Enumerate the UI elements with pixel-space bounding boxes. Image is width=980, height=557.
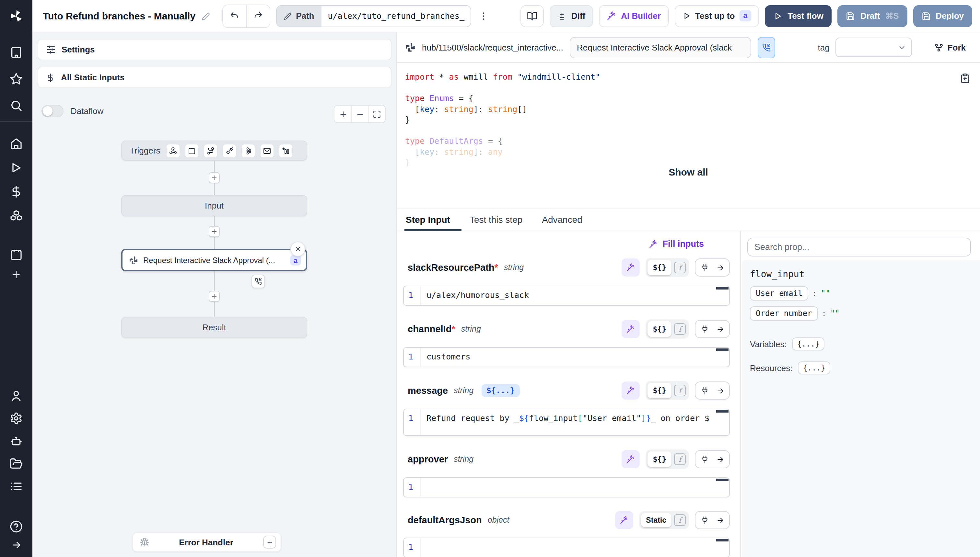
step-name-input[interactable]: [570, 37, 751, 58]
deploy-button[interactable]: Deploy: [913, 5, 972, 27]
value-editor[interactable]: 1 Refund request by _${flow_input["User …: [403, 409, 730, 436]
variables-icon[interactable]: [10, 185, 23, 198]
static-mode-button[interactable]: Static: [641, 513, 671, 527]
error-handler-node[interactable]: Error Handler: [132, 533, 281, 552]
prop-user-email[interactable]: User email : "": [750, 286, 972, 301]
search-icon[interactable]: [10, 99, 23, 112]
hub-script-path[interactable]: hub/11500/slack/request_interactive...: [422, 42, 563, 52]
arrow-right-icon[interactable]: [712, 383, 728, 398]
runs-icon[interactable]: [10, 161, 23, 174]
expr-mode-button[interactable]: ${}: [647, 260, 671, 275]
polling-trigger-icon[interactable]: [279, 143, 293, 158]
schedule-trigger-icon[interactable]: [185, 143, 199, 158]
help-icon[interactable]: [10, 520, 23, 533]
value-editor[interactable]: 1: [403, 477, 730, 497]
prop-order-number[interactable]: Order number : "": [750, 306, 972, 321]
flow-title[interactable]: Tuto Refund branches - Manually: [43, 10, 195, 21]
tab-test-this-step[interactable]: Test this step: [470, 214, 523, 231]
expr-mode-button[interactable]: ${}: [647, 321, 671, 337]
email-trigger-icon[interactable]: [260, 143, 274, 158]
ai-fill-icon-button[interactable]: [622, 320, 640, 338]
zoom-in-button[interactable]: [335, 106, 351, 122]
expr-mode-button[interactable]: ${}: [647, 383, 671, 398]
more-options-kebab-icon[interactable]: [477, 11, 490, 21]
add-error-handler-button[interactable]: [263, 536, 276, 549]
undo-button[interactable]: [223, 5, 246, 27]
flow-input-root[interactable]: flow_input: [750, 269, 972, 279]
draft-button[interactable]: Draft⌘S: [838, 5, 907, 27]
tab-step-input[interactable]: Step Input: [406, 214, 450, 231]
workspace-icon[interactable]: [10, 46, 23, 59]
function-mode-icon[interactable]: f: [674, 514, 686, 526]
approval-phone-button[interactable]: [758, 37, 775, 58]
fill-inputs-button[interactable]: Fill inputs: [649, 239, 704, 249]
ai-fill-icon-button[interactable]: [622, 259, 640, 277]
ai-fill-icon-button[interactable]: [622, 450, 640, 468]
add-step-button-1[interactable]: [209, 172, 220, 183]
variables-expand-button[interactable]: {...}: [792, 337, 825, 350]
webhook-trigger-icon[interactable]: [166, 143, 180, 158]
slack-approval-step-node[interactable]: Request Interactive Slack Approval (... …: [121, 249, 307, 271]
zoom-out-button[interactable]: [351, 106, 368, 122]
editor-content[interactable]: u/alex/humorous_slack: [421, 286, 729, 305]
settings-gear-icon[interactable]: [10, 412, 23, 425]
add-step-button-3[interactable]: [209, 291, 220, 302]
tab-advanced[interactable]: Advanced: [542, 214, 582, 231]
arrow-right-icon[interactable]: [712, 512, 728, 528]
user-icon[interactable]: [10, 389, 23, 402]
arrow-right-icon[interactable]: [712, 260, 728, 275]
plug-icon[interactable]: [697, 260, 712, 275]
editor-content[interactable]: [421, 538, 729, 557]
plug-icon[interactable]: [697, 451, 712, 467]
plug-icon[interactable]: [697, 512, 712, 528]
triggers-node[interactable]: Triggers: [121, 140, 307, 161]
search-prop-input[interactable]: [747, 238, 971, 256]
ai-builder-button[interactable]: AI Builder: [599, 5, 668, 27]
test-flow-button[interactable]: Test flow: [765, 5, 832, 27]
windmill-logo-icon[interactable]: [0, 0, 33, 33]
ai-fill-icon-button[interactable]: [615, 511, 633, 529]
all-static-inputs-row[interactable]: All Static Inputs: [38, 67, 392, 88]
remove-step-button[interactable]: [291, 241, 305, 256]
plug-icon[interactable]: [697, 321, 712, 337]
route-trigger-icon[interactable]: [204, 143, 218, 158]
function-mode-icon[interactable]: f: [674, 323, 686, 335]
expr-mode-button[interactable]: ${}: [647, 451, 671, 467]
path-field[interactable]: Path u/alex/tuto_refund_branches_: [276, 5, 472, 27]
folders-icon[interactable]: [10, 457, 23, 470]
path-value[interactable]: u/alex/tuto_refund_branches_: [322, 5, 471, 26]
ai-bot-icon[interactable]: [10, 435, 23, 448]
schedules-icon[interactable]: [10, 248, 23, 261]
editor-content[interactable]: [421, 478, 729, 497]
value-editor[interactable]: 1 customers: [403, 347, 730, 367]
resources-icon[interactable]: [10, 209, 23, 222]
edit-title-pencil-icon[interactable]: [201, 10, 210, 22]
tag-select[interactable]: [835, 37, 912, 57]
ai-fill-icon-button[interactable]: [622, 381, 640, 400]
add-icon[interactable]: [11, 269, 21, 280]
fit-view-button[interactable]: [368, 106, 385, 122]
show-all-button[interactable]: Show all: [397, 166, 980, 178]
editor-content[interactable]: customers: [421, 348, 729, 366]
test-up-to-button[interactable]: Test up toa: [675, 5, 759, 27]
add-step-button-2[interactable]: [209, 226, 220, 237]
kafka-trigger-icon[interactable]: [241, 143, 255, 158]
arrow-right-icon[interactable]: [712, 451, 728, 467]
input-node[interactable]: Input: [121, 195, 307, 216]
function-mode-icon[interactable]: f: [674, 262, 686, 273]
editor-content[interactable]: Refund request by _${flow_input["User em…: [421, 409, 729, 435]
favorites-star-icon[interactable]: [10, 73, 23, 85]
fork-button[interactable]: Fork: [934, 42, 966, 52]
paste-clipboard-icon[interactable]: [960, 73, 970, 83]
function-mode-icon[interactable]: f: [674, 453, 686, 465]
value-editor[interactable]: 1: [403, 537, 730, 557]
result-node[interactable]: Result: [121, 317, 307, 338]
arrow-right-icon[interactable]: [712, 321, 728, 337]
expand-sidebar-icon[interactable]: [11, 539, 22, 550]
code-editor[interactable]: import * as wmill from "windmill-client"…: [397, 63, 980, 208]
docs-book-button[interactable]: [521, 5, 544, 27]
resources-expand-button[interactable]: {...}: [798, 362, 831, 375]
audit-logs-icon[interactable]: [10, 480, 23, 493]
dataflow-toggle[interactable]: [41, 105, 64, 117]
diff-button[interactable]: Diff: [550, 5, 593, 27]
